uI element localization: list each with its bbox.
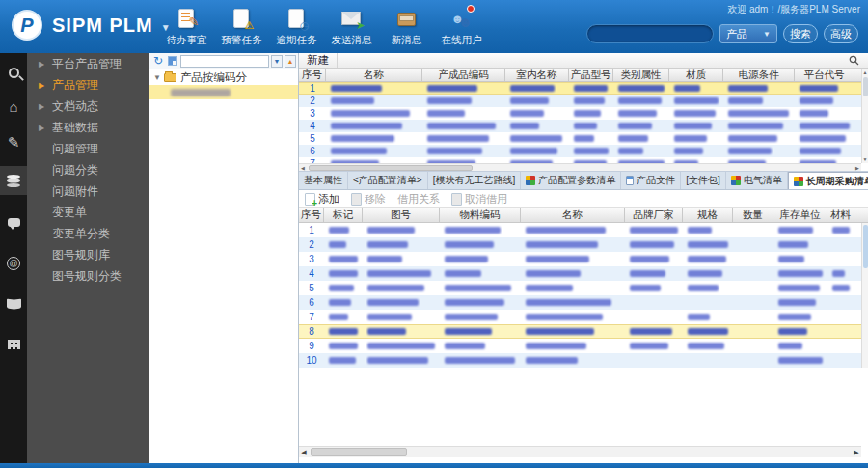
table-row[interactable]: 3 — [299, 107, 868, 120]
table-row[interactable]: 2 — [299, 95, 868, 107]
support-icon[interactable]: @ — [0, 249, 27, 278]
column-header[interactable]: 电源条件 — [723, 69, 795, 81]
column-header[interactable]: 序号 — [299, 208, 324, 222]
column-header[interactable]: 品牌厂家 — [625, 208, 683, 222]
column-header[interactable]: 平台代号 — [795, 69, 854, 81]
redacted-cell — [440, 266, 521, 281]
tab-item[interactable]: 产品文件 — [621, 172, 681, 189]
table-row[interactable]: 8 — [299, 324, 868, 339]
table-row[interactable]: 6 — [299, 145, 868, 157]
column-header[interactable]: 物料编码 — [440, 208, 521, 222]
column-header[interactable]: 标记 — [324, 208, 363, 222]
tab-active[interactable]: 长周期采购清单 — [788, 172, 868, 189]
tab-item[interactable]: [文件包] — [681, 172, 726, 189]
table-row[interactable]: 4 — [299, 120, 868, 132]
sidebar-item[interactable]: ▶基础数据 — [27, 117, 149, 138]
sidebar-item[interactable]: 问题管理 — [27, 138, 149, 159]
main-table-vscrollbar[interactable]: ▲ ▼ — [861, 69, 868, 163]
sidebar-item[interactable]: 问题附件 — [27, 180, 149, 202]
tree-search-input[interactable] — [180, 55, 269, 68]
column-header[interactable]: 材料 — [827, 208, 854, 222]
app-logo[interactable]: P SIPM PLM ▼ — [12, 10, 171, 41]
table-row[interactable]: 5 — [299, 132, 868, 145]
add-button[interactable]: 添加 — [305, 192, 339, 206]
redacted-cell — [569, 107, 613, 120]
grid-icon[interactable] — [0, 330, 27, 359]
column-header[interactable]: 图号 — [363, 208, 440, 222]
tree-root-node[interactable]: ▼ 产品按编码分 — [149, 69, 298, 85]
column-header[interactable]: 名称 — [521, 208, 625, 222]
grid-report-icon — [731, 176, 741, 185]
main-table-hscrollbar[interactable]: ◀ ▶ — [299, 163, 861, 171]
action-button[interactable]: 取消借用 — [451, 192, 507, 206]
detail-hscrollbar[interactable]: ◀ ▶ — [299, 446, 861, 457]
warning-task-button[interactable]: ⚠预警任务 — [214, 8, 269, 47]
sidebar-item[interactable]: ▶产品管理 — [27, 74, 149, 96]
column-header[interactable]: 规格 — [683, 208, 733, 222]
advanced-search-button[interactable]: 高级 — [824, 24, 858, 43]
search-icon[interactable] — [0, 58, 27, 87]
tab-item[interactable]: <产品配置清单> — [348, 172, 428, 189]
sidebar-item[interactable]: 图号规则库 — [27, 244, 149, 265]
redacted-text — [728, 110, 789, 117]
new-message-button[interactable]: 新消息 — [379, 8, 434, 47]
column-header[interactable]: 产品型号 — [569, 69, 613, 81]
expand-button[interactable]: ▼ — [271, 55, 283, 68]
sidebar-item[interactable]: ▶文档动态 — [27, 96, 149, 117]
table-row[interactable]: 2 — [299, 237, 868, 252]
new-button[interactable]: 新建 — [299, 53, 338, 68]
table-row[interactable]: 1 — [299, 82, 868, 95]
edit-icon[interactable]: ✎ — [0, 127, 27, 156]
detail-table-vscrollbar[interactable] — [861, 223, 868, 368]
redacted-cell — [440, 252, 521, 266]
global-search-input[interactable] — [586, 24, 714, 43]
column-header[interactable]: 产成品编码 — [422, 69, 505, 81]
action-button[interactable]: 移除 — [351, 192, 386, 206]
table-row[interactable]: 4 — [299, 266, 868, 281]
sidebar-item[interactable]: ▶平台产品管理 — [27, 53, 149, 74]
sidebar-item[interactable]: 变更单分类 — [27, 223, 149, 244]
tree-expand-caret-icon[interactable]: ▼ — [153, 73, 161, 82]
sidebar-item[interactable]: 变更单 — [27, 202, 149, 223]
column-header[interactable]: 名称 — [326, 69, 422, 81]
table-search-icon[interactable] — [849, 55, 859, 66]
structure-icon[interactable] — [168, 56, 177, 66]
redacted-cell — [363, 237, 440, 252]
collapse-button[interactable]: ▲ — [285, 55, 296, 68]
table-row[interactable]: 3 — [299, 252, 868, 266]
table-row[interactable]: 5 — [299, 281, 868, 295]
table-row[interactable]: 9 — [299, 339, 868, 353]
table-row[interactable]: 10 — [299, 353, 868, 368]
table-row[interactable]: 6 — [299, 295, 868, 310]
chat-icon[interactable] — [0, 207, 27, 236]
column-header[interactable]: 序号 — [299, 69, 326, 81]
sidebar-item[interactable]: 图号规则分类 — [27, 265, 149, 287]
sidebar-item[interactable]: 问题分类 — [27, 159, 149, 180]
tab-item[interactable]: 基本属性 — [299, 172, 348, 189]
redacted-text — [427, 97, 472, 104]
tab-item[interactable]: 电气清单 — [726, 172, 788, 189]
search-button[interactable]: 搜索 — [783, 24, 818, 43]
column-header[interactable]: 类别属性 — [613, 69, 669, 81]
overdue-task-button[interactable]: ◷逾期任务 — [269, 8, 324, 47]
redacted-text — [630, 285, 661, 291]
column-header[interactable]: 数量 — [733, 208, 773, 222]
column-header[interactable]: 室内名称 — [505, 69, 569, 81]
home-icon[interactable]: ⌂ — [0, 92, 27, 121]
tree-selected-item[interactable] — [149, 85, 298, 99]
column-header[interactable]: 库存单位 — [773, 208, 827, 222]
search-category-dropdown[interactable]: 产品 ▼ — [719, 24, 777, 43]
book-icon[interactable] — [0, 289, 27, 318]
action-button[interactable]: 借用关系 — [397, 192, 440, 206]
todo-button[interactable]: ✎待办事宜 — [159, 8, 214, 47]
tab-item[interactable]: 产品配置参数清单 — [521, 172, 621, 189]
column-header[interactable]: 材质 — [669, 69, 723, 81]
table-row[interactable]: 1 — [299, 223, 868, 237]
redacted-cell — [613, 95, 669, 107]
database-icon[interactable] — [0, 166, 27, 195]
send-message-button[interactable]: ➤发送消息 — [324, 8, 379, 47]
table-row[interactable]: 7 — [299, 310, 868, 324]
online-users-button[interactable]: ☻☻在线用户 — [434, 8, 489, 47]
tab-item[interactable]: [模块有无工艺路线] — [428, 172, 522, 189]
refresh-icon[interactable]: ↻ — [153, 55, 163, 67]
